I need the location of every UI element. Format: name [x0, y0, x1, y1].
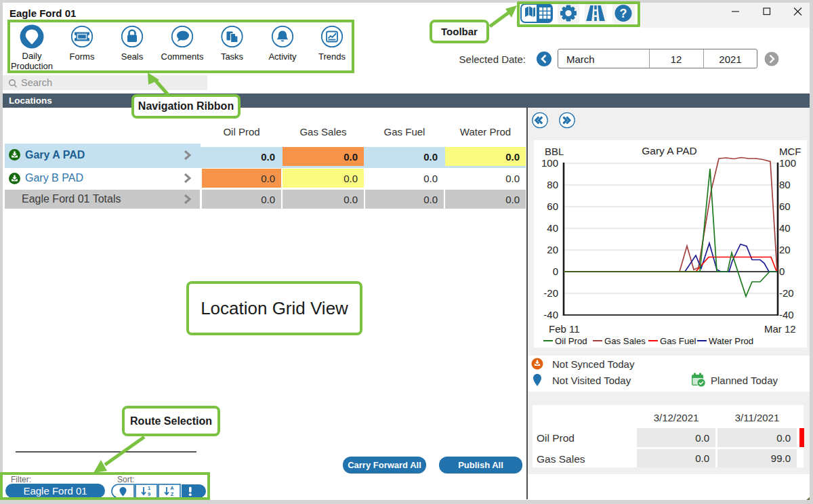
svg-text:20: 20	[547, 244, 558, 255]
svg-text:Gas Fuel: Gas Fuel	[660, 336, 696, 346]
svg-text:80: 80	[779, 179, 791, 190]
svg-text:60: 60	[779, 201, 791, 212]
svg-text:60: 60	[547, 201, 558, 212]
svg-text:MCF: MCF	[779, 146, 801, 157]
svg-text:-40: -40	[779, 309, 794, 320]
svg-text:40: 40	[779, 222, 791, 234]
svg-text:0: 0	[553, 266, 558, 277]
svg-text:20: 20	[779, 244, 791, 255]
svg-text:Oil Prod: Oil Prod	[555, 336, 587, 346]
svg-text:Gas Sales: Gas Sales	[604, 336, 646, 346]
svg-text:Mar 12: Mar 12	[764, 323, 796, 335]
svg-text:BBL: BBL	[545, 146, 564, 157]
svg-text:-20: -20	[779, 287, 794, 299]
svg-text:-20: -20	[543, 287, 558, 299]
svg-text:100: 100	[779, 157, 796, 169]
svg-text:-40: -40	[543, 309, 558, 320]
svg-text:40: 40	[547, 222, 558, 234]
svg-text:Feb 11: Feb 11	[549, 323, 580, 335]
svg-text:0: 0	[779, 266, 785, 277]
svg-text:Water Prod: Water Prod	[709, 336, 753, 346]
svg-text:100: 100	[541, 157, 558, 169]
svg-text:Gary A PAD: Gary A PAD	[642, 145, 697, 156]
svg-text:80: 80	[547, 179, 558, 190]
